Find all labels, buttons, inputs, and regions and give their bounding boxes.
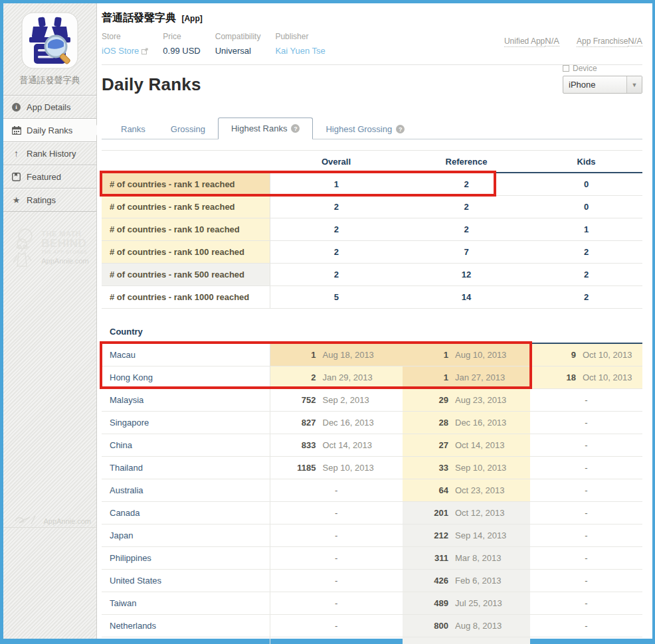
country-row: Singapore827Dec 16, 201328Dec 16, 2013- xyxy=(102,412,642,434)
device-checkbox[interactable] xyxy=(563,65,569,72)
summary-value-kids: 2 xyxy=(530,264,642,286)
summary-value-overall: 2 xyxy=(270,241,403,264)
sidebar-item-label: Rank History xyxy=(27,149,76,159)
help-icon[interactable]: ? xyxy=(396,125,405,133)
rank-value: 827 xyxy=(276,418,316,428)
rank-value: 489 xyxy=(409,598,448,608)
rank-value: 201 xyxy=(409,508,448,518)
tab-highest-ranks[interactable]: Highest Ranks? xyxy=(218,118,314,139)
summary-row-label: # of countries - rank 100 reached xyxy=(102,241,270,264)
rank-date: Dec 16, 2013 xyxy=(323,418,374,428)
country-name: China xyxy=(102,434,270,457)
summary-row: # of countries - rank 5 reached220 xyxy=(102,196,642,218)
watermark-line3: THE APP STORES xyxy=(41,250,89,254)
summary-value-reference: 2 xyxy=(403,218,530,241)
cell-reference: 1Aug 10, 2013 xyxy=(403,344,530,366)
rank-value: 1 xyxy=(276,350,316,360)
field-price: Price0.99 USD xyxy=(163,32,200,56)
no-rank-dash: - xyxy=(271,576,403,586)
sidebar-item-app-details[interactable]: iApp Details xyxy=(3,96,96,119)
field-value[interactable]: N/A xyxy=(628,36,642,46)
rank-value: 212 xyxy=(409,530,448,540)
sidebar-item-daily-ranks[interactable]: Daily Ranks xyxy=(3,119,96,142)
summary-row: # of countries - rank 100 reached272 xyxy=(102,241,642,264)
rank-value: 833 xyxy=(276,440,316,450)
sidebar-item-featured[interactable]: Featured xyxy=(3,165,96,189)
no-rank-dash: - xyxy=(531,395,642,405)
app-header-right-fields: Unified AppN/AApp FranchiseN/A xyxy=(487,32,642,56)
tab-highest-grossing[interactable]: Highest Grossing? xyxy=(313,119,417,139)
rank-date: Aug 8, 2013 xyxy=(455,621,502,631)
featured-icon xyxy=(11,173,22,181)
no-rank-dash: - xyxy=(531,508,642,518)
cell-overall: - xyxy=(270,502,403,524)
field-value-store[interactable]: iOS Store xyxy=(102,46,148,56)
rank-date: Oct 10, 2013 xyxy=(583,372,632,382)
no-rank-dash: - xyxy=(531,530,642,540)
info-icon: i xyxy=(11,103,22,112)
no-rank-dash: - xyxy=(531,485,642,495)
field-store: StoreiOS Store xyxy=(102,32,148,56)
annie-mascot-icon xyxy=(11,226,39,269)
cell-reference: 212Sep 14, 2013 xyxy=(403,524,530,547)
device-selected-value: iPhone xyxy=(563,80,626,90)
rank-date: Aug 10, 2013 xyxy=(455,350,506,360)
field-value-price: 0.99 USD xyxy=(163,46,200,56)
summary-row: # of countries - rank 500 reached2122 xyxy=(102,264,642,286)
cell-overall: 833Oct 14, 2013 xyxy=(270,434,403,457)
no-rank-dash: - xyxy=(271,508,403,518)
summary-value-kids: 2 xyxy=(530,241,642,264)
field-label: Unified App xyxy=(504,37,545,47)
device-select[interactable]: iPhone ▼ xyxy=(563,76,642,94)
rank-date: Mar 8, 2013 xyxy=(455,553,501,563)
country-name: Malaysia xyxy=(102,389,270,412)
rank-value: 27 xyxy=(409,440,448,450)
field-value[interactable]: N/A xyxy=(545,36,559,46)
summary-value-kids: 2 xyxy=(530,286,642,309)
country-name: Netherlands xyxy=(102,615,270,637)
summary-value-reference: 7 xyxy=(403,241,530,264)
sidebar-item-rank-history[interactable]: ↑Rank History xyxy=(3,142,96,165)
field-value-compatibility: Universal xyxy=(215,46,261,56)
tab-ranks[interactable]: Ranks xyxy=(108,119,158,139)
cell-kids: - xyxy=(530,479,642,502)
sidebar-app-name: 普通話發聲字典 xyxy=(3,74,96,86)
field-label: Store xyxy=(102,32,148,41)
cell-reference: 426Feb 6, 2013 xyxy=(403,570,530,592)
app-title: 普通話發聲字典 [App] xyxy=(102,11,642,25)
sidebar-item-label: App Details xyxy=(27,102,70,112)
chevron-down-icon[interactable]: ▼ xyxy=(626,76,642,93)
summary-row: # of countries - rank 1 reached120 xyxy=(102,173,642,196)
rank-value: 1 xyxy=(409,350,448,360)
cell-reference: 839Sep 28, 2013 xyxy=(403,637,530,644)
rank-value: 311 xyxy=(409,553,448,563)
field-label: Price xyxy=(163,32,200,41)
no-rank-dash: - xyxy=(271,621,403,631)
app-type-badge: [App] xyxy=(181,14,202,23)
rank-date: Jan 27, 2013 xyxy=(455,372,505,382)
tab-grossing[interactable]: Grossing xyxy=(158,119,218,139)
device-label: Device xyxy=(563,64,642,73)
sidebar-item-ratings[interactable]: ★Ratings xyxy=(3,189,96,212)
summary-value-reference: 14 xyxy=(403,286,530,309)
no-rank-dash: - xyxy=(531,463,642,473)
main-content: 普通話發聲字典 [App] StoreiOS StorePrice0.99 US… xyxy=(97,3,652,639)
external-link-icon xyxy=(141,46,148,56)
sidebar-item-label: Ratings xyxy=(27,195,56,205)
no-rank-dash: - xyxy=(531,598,642,608)
rank-value: 29 xyxy=(409,395,448,405)
summary-row-label: # of countries - rank 500 reached xyxy=(102,264,270,286)
field-label: App Franchise xyxy=(577,37,628,47)
app-window: 普通話發聲字典 iApp DetailsDaily Ranks↑Rank His… xyxy=(3,3,652,639)
cell-overall: - xyxy=(270,615,403,637)
country-name: Japan xyxy=(102,524,270,547)
country-name: Singapore xyxy=(102,412,270,434)
field-value-publisher[interactable]: Kai Yuen Tse xyxy=(275,46,325,56)
watermark-line2: BEHIND xyxy=(41,238,89,250)
rank-date: Sep 2, 2013 xyxy=(323,395,369,405)
summary-row: # of countries - rank 1000 reached5142 xyxy=(102,286,642,309)
rank-date: Jan 29, 2013 xyxy=(323,372,373,382)
help-icon[interactable]: ? xyxy=(291,124,300,133)
cell-kids: - xyxy=(530,502,642,524)
cell-reference: 1Jan 27, 2013 xyxy=(403,366,530,389)
